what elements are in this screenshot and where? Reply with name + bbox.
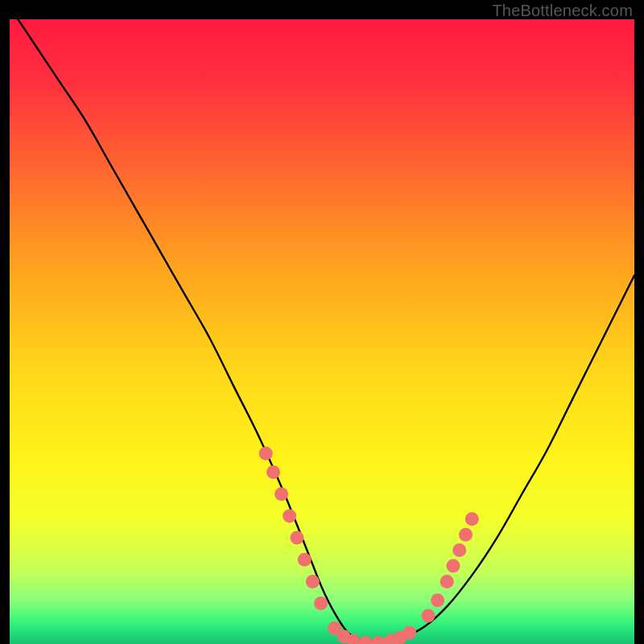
watermark-text: TheBottleneck.com xyxy=(492,2,633,20)
marker-dot xyxy=(452,543,466,557)
chart-frame xyxy=(10,19,634,644)
marker-dot xyxy=(314,597,328,610)
marker-dot xyxy=(266,465,280,479)
marker-dot xyxy=(283,509,296,522)
bottleneck-chart xyxy=(10,19,634,644)
marker-dot xyxy=(290,531,303,545)
marker-dot xyxy=(259,447,273,460)
marker-dot xyxy=(446,559,460,573)
plot-background-gradient xyxy=(10,19,634,644)
marker-dot xyxy=(275,487,288,501)
marker-dot xyxy=(402,626,416,640)
marker-dot xyxy=(465,512,479,526)
marker-dot xyxy=(298,553,312,567)
marker-dot xyxy=(431,593,444,607)
marker-dot xyxy=(306,575,320,588)
marker-dot xyxy=(421,609,435,623)
marker-dot xyxy=(440,575,454,588)
marker-dot xyxy=(459,528,473,542)
